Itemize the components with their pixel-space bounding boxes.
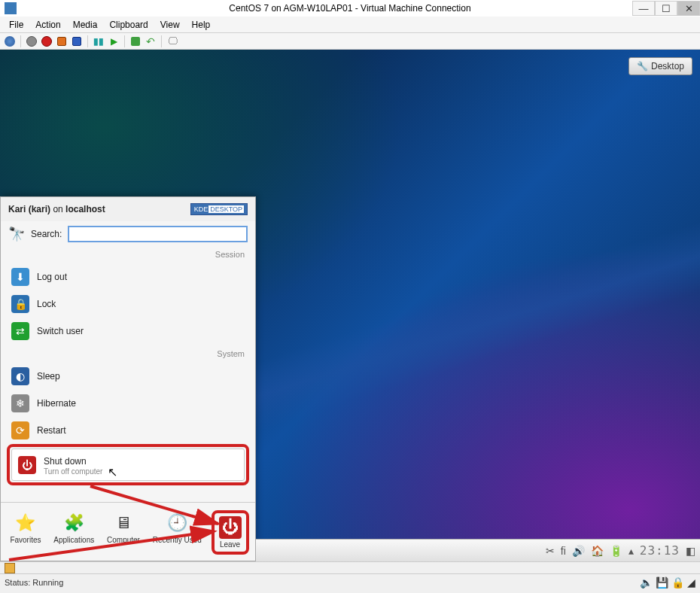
resize-grip-icon[interactable]: ◢ <box>687 576 695 588</box>
tab-recently-used[interactable]: 🕘 Recently Used <box>150 510 205 555</box>
section-system-label: System <box>1 346 255 361</box>
kickoff-header: Kari (kari) on localhost KDEDESKTOP <box>1 197 255 221</box>
restart-icon: ⟳ <box>11 421 29 439</box>
window-title: CentOS 7 on AGM-W10LAP01 - Virtual Machi… <box>229 3 470 14</box>
shutdown-highlight-box: ⏻ Shut down Turn off computer <box>7 444 249 485</box>
toolbar-separator <box>87 35 88 47</box>
hibernate-icon: ❄ <box>11 394 29 412</box>
start-button[interactable] <box>25 35 38 48</box>
save-button[interactable] <box>70 35 84 48</box>
sleep-icon: ◐ <box>11 367 29 385</box>
switch-user-label: Switch user <box>37 326 84 336</box>
speaker-icon: 🔈 <box>640 576 653 588</box>
sleep-label: Sleep <box>37 371 60 382</box>
turn-off-button[interactable] <box>40 35 53 48</box>
hibernate-label: Hibernate <box>37 398 76 409</box>
disk-icon: 💾 <box>656 576 668 588</box>
lock-item[interactable]: 🔒 Lock <box>5 290 251 318</box>
user-name: Kari (kari) <box>8 204 50 214</box>
menu-view[interactable]: View <box>154 18 186 32</box>
tab-applications-label: Applications <box>53 536 94 544</box>
toolbar-separator <box>161 35 162 47</box>
statusbar: Status: Running 🔈 💾 🔒 ◢ <box>0 573 700 590</box>
star-icon: ⭐ <box>14 512 37 534</box>
window-titlebar: CentOS 7 on AGM-W10LAP01 - Virtual Machi… <box>0 0 700 17</box>
revert-button[interactable]: ↶ <box>144 35 157 48</box>
toolbar-separator <box>20 35 21 47</box>
cashew-icon[interactable]: ◧ <box>686 545 695 557</box>
kde-badge: KDEDESKTOP <box>190 203 248 215</box>
toolbar: ▮▮ ▶ ↶ 🖵 <box>0 33 700 50</box>
tab-computer[interactable]: 🖥 Computer <box>104 510 143 555</box>
power-icon: ⏻ <box>18 456 36 474</box>
search-input[interactable] <box>68 226 248 242</box>
clock-icon: 🕘 <box>166 512 188 534</box>
menu-file[interactable]: File <box>3 18 29 32</box>
lock-icon: 🔒 <box>671 576 684 588</box>
keyboard-layout-indicator[interactable]: fi <box>561 545 566 557</box>
tray-expand-icon[interactable]: ▴ <box>628 545 634 557</box>
computer-icon: 🖥 <box>112 512 135 534</box>
switch-user-icon: ⇄ <box>11 322 29 340</box>
tab-favorites-label: Favorites <box>10 536 41 544</box>
menu-action[interactable]: Action <box>29 18 66 32</box>
sleep-item[interactable]: ◐ Sleep <box>5 363 251 390</box>
vm-desktop[interactable]: 🔧 Desktop Kari (kari) on localhost KDEDE… <box>0 50 700 561</box>
menubar: File Action Media Clipboard View Help <box>0 17 700 33</box>
toolbar-separator <box>124 35 125 47</box>
statusbar-upper <box>0 561 700 573</box>
kickoff-tabs: ⭐ Favorites 🧩 Applications 🖥 Computer 🕘 … <box>1 502 255 561</box>
checkpoint-button[interactable] <box>129 35 142 48</box>
battery-icon[interactable]: 🔋 <box>610 545 622 557</box>
logout-icon: ⬇ <box>11 268 29 286</box>
cursor-icon: ↖ <box>108 465 117 479</box>
volume-icon[interactable]: 🔊 <box>572 545 585 557</box>
logout-item[interactable]: ⬇ Log out <box>5 263 251 290</box>
scissors-icon[interactable]: ✂ <box>546 545 555 557</box>
lock-icon: 🔒 <box>11 295 29 313</box>
shutdown-item[interactable]: ⏻ Shut down Turn off computer <box>11 449 245 481</box>
ctrl-alt-del-button[interactable] <box>3 35 17 48</box>
tab-computer-label: Computer <box>107 536 140 544</box>
desktop-badge-label: Desktop <box>651 61 684 71</box>
enhanced-session-button[interactable]: 🖵 <box>166 35 179 48</box>
statusbar-right-icons: 🔈 💾 🔒 ◢ <box>640 576 695 588</box>
menu-media[interactable]: Media <box>67 18 104 32</box>
kickoff-menu: Kari (kari) on localhost KDEDESKTOP 🔭 Se… <box>0 196 256 561</box>
taskbar-icon[interactable] <box>5 563 15 573</box>
menu-help[interactable]: Help <box>186 18 217 32</box>
system-tray: ✂ fi 🔊 🏠 🔋 ▴ 23:13 ◧ <box>546 543 695 558</box>
tab-recently-used-label: Recently Used <box>153 536 202 544</box>
logout-label: Log out <box>37 272 67 282</box>
minimize-button[interactable]: — <box>632 1 655 16</box>
tab-leave[interactable]: ⏻ Leave <box>216 515 245 550</box>
power-icon: ⏻ <box>219 516 242 539</box>
app-icon <box>5 2 17 14</box>
tab-favorites[interactable]: ⭐ Favorites <box>7 510 44 555</box>
shut-down-button[interactable] <box>55 35 68 48</box>
reset-button[interactable]: ▶ <box>107 35 120 48</box>
wrench-icon: 🔧 <box>637 61 648 71</box>
network-icon[interactable]: 🏠 <box>591 545 604 557</box>
clock[interactable]: 23:13 <box>640 543 680 558</box>
shutdown-label: Shut down <box>44 456 87 467</box>
maximize-button[interactable]: ☐ <box>655 1 677 16</box>
hibernate-item[interactable]: ❄ Hibernate <box>5 390 251 417</box>
menu-clipboard[interactable]: Clipboard <box>103 18 154 32</box>
search-label: Search: <box>31 229 62 239</box>
window-controls: — ☐ ✕ <box>632 1 700 16</box>
restart-item[interactable]: ⟳ Restart <box>5 417 251 444</box>
pause-button[interactable]: ▮▮ <box>92 35 105 48</box>
shutdown-sublabel: Turn off computer <box>44 467 102 476</box>
kickoff-user-label: Kari (kari) on localhost <box>8 204 105 214</box>
close-button[interactable]: ✕ <box>677 1 700 16</box>
leave-highlight-box: ⏻ Leave <box>212 510 249 555</box>
system-list: ◐ Sleep ❄ Hibernate ⟳ Restart ⏻ Shut dow… <box>1 361 255 487</box>
switch-user-item[interactable]: ⇄ Switch user <box>5 318 251 345</box>
tab-applications[interactable]: 🧩 Applications <box>50 510 97 555</box>
desktop-switcher-button[interactable]: 🔧 Desktop <box>628 57 692 75</box>
section-session-label: Session <box>1 247 255 262</box>
restart-label: Restart <box>37 425 66 436</box>
tab-leave-label: Leave <box>220 540 240 549</box>
lock-label: Lock <box>37 299 56 309</box>
